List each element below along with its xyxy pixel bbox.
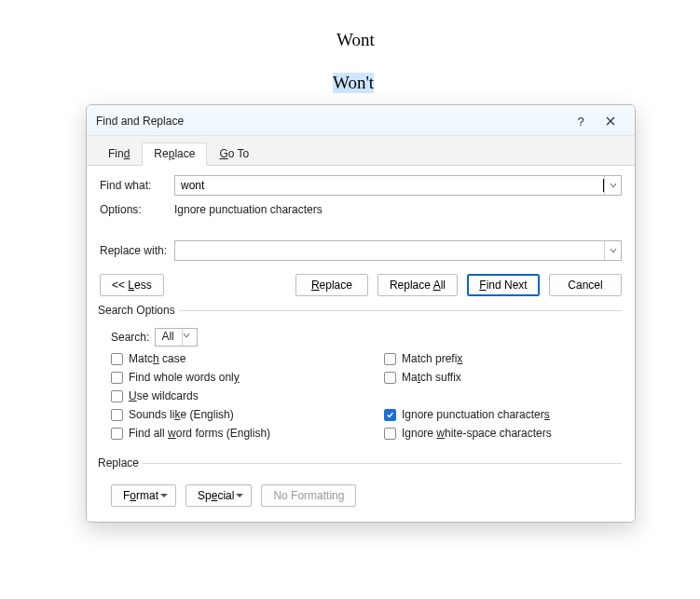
- replace-with-dropdown-icon[interactable]: [604, 241, 621, 260]
- sounds-like-checkbox[interactable]: Sounds like (English): [111, 408, 347, 421]
- ignore-punctuation-label: Ignore punctuation characters: [402, 408, 550, 421]
- whole-words-label: Find whole words only: [129, 371, 240, 384]
- doc-text-line2-selected: Won't: [333, 73, 374, 93]
- cancel-button[interactable]: Cancel: [549, 274, 622, 296]
- special-menu-button[interactable]: Special: [185, 484, 252, 507]
- find-next-button[interactable]: Find Next: [467, 274, 540, 296]
- find-what-label: Find what:: [100, 179, 174, 192]
- tabstrip: Find Replace Go To: [87, 136, 635, 166]
- match-case-label: Match case: [129, 352, 185, 365]
- replace-all-button[interactable]: Replace All: [377, 274, 458, 296]
- replace-with-label: Replace with:: [100, 244, 174, 257]
- tab-replace[interactable]: Replace: [142, 143, 207, 166]
- match-prefix-checkbox[interactable]: Match prefix: [384, 352, 620, 365]
- replace-fieldset: Replace Format Special No Formatting: [100, 456, 622, 509]
- replace-button[interactable]: Replace: [295, 274, 368, 296]
- options-value: Ignore punctuation characters: [174, 203, 323, 216]
- format-menu-button[interactable]: Format: [111, 484, 176, 507]
- match-suffix-checkbox[interactable]: Match suffix: [384, 371, 620, 384]
- tab-find[interactable]: Find: [96, 143, 142, 166]
- replace-with-field[interactable]: [175, 241, 604, 260]
- text-cursor: [603, 179, 604, 192]
- sounds-like-label: Sounds like (English): [129, 408, 234, 421]
- doc-text-line1: Wont: [336, 30, 375, 50]
- checkbox-icon: [384, 428, 396, 440]
- checkbox-icon: [111, 372, 123, 384]
- search-direction-value: All: [156, 329, 182, 346]
- tab-goto[interactable]: Go To: [207, 143, 261, 166]
- replace-legend: Replace: [98, 456, 143, 470]
- checkbox-icon: [111, 353, 123, 365]
- word-forms-checkbox[interactable]: Find all word forms (English): [111, 427, 347, 440]
- search-options-legend: Search Options: [98, 304, 179, 317]
- close-icon[interactable]: [596, 111, 625, 131]
- chevron-down-icon: [182, 329, 197, 346]
- ignore-whitespace-checkbox[interactable]: Ignore white-space characters: [384, 427, 620, 440]
- options-label: Options:: [100, 203, 174, 216]
- find-what-field[interactable]: [175, 176, 604, 195]
- find-what-dropdown-icon[interactable]: [604, 176, 621, 195]
- match-suffix-label: Match suffix: [402, 371, 461, 384]
- dialog-body: Find what: Options: Ignore punctuation c…: [87, 166, 635, 522]
- match-case-checkbox[interactable]: Match case: [111, 352, 347, 365]
- search-direction-label: Search:: [111, 331, 149, 344]
- replace-with-input[interactable]: [174, 240, 622, 261]
- search-options-fieldset: Search Options Search: All Match case: [100, 304, 622, 440]
- dialog-title: Find and Replace: [96, 115, 566, 128]
- ignore-whitespace-label: Ignore white-space characters: [402, 427, 552, 440]
- checkbox-icon: [384, 353, 396, 365]
- use-wildcards-label: Use wildcards: [129, 389, 199, 402]
- no-formatting-button[interactable]: No Formatting: [261, 484, 356, 507]
- word-forms-label: Find all word forms (English): [129, 427, 270, 440]
- checkbox-checked-icon: [384, 409, 396, 421]
- find-what-input[interactable]: [174, 175, 622, 196]
- help-icon[interactable]: ?: [566, 111, 596, 131]
- checkbox-icon: [111, 390, 123, 402]
- checkbox-icon: [111, 428, 123, 440]
- search-direction-select[interactable]: All: [155, 328, 198, 347]
- checkbox-icon: [111, 409, 123, 421]
- find-replace-dialog: Find and Replace ? Find Replace Go To Fi…: [86, 104, 636, 523]
- checkbox-icon: [384, 372, 396, 384]
- whole-words-checkbox[interactable]: Find whole words only: [111, 371, 347, 384]
- titlebar: Find and Replace ?: [87, 105, 635, 136]
- ignore-punctuation-checkbox[interactable]: Ignore punctuation characters: [384, 408, 620, 421]
- less-button[interactable]: << Less: [100, 274, 164, 296]
- match-prefix-label: Match prefix: [402, 352, 462, 365]
- use-wildcards-checkbox[interactable]: Use wildcards: [111, 389, 347, 402]
